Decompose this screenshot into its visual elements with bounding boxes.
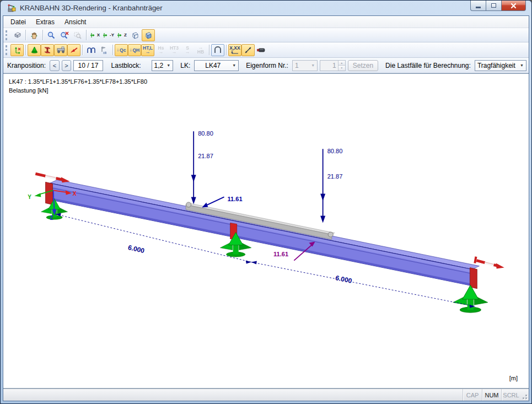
load-hb-button[interactable]: →HB [194,44,207,56]
berechnung-label: Die Lastfälle für Berechnung: [384,62,472,69]
pan-button[interactable] [28,29,41,41]
minimize-icon [476,7,481,8]
render-3d-button[interactable] [142,29,155,41]
show-loads-button[interactable] [67,44,80,56]
previous-position-button[interactable]: < [50,60,60,71]
show-axes-button[interactable] [10,44,24,56]
zoom-in-button[interactable] [45,29,58,41]
spin-up-icon[interactable]: ▲ [338,61,345,66]
load-ht3-button[interactable]: HT3→ [168,44,181,56]
hb-icon: →HB [197,46,204,54]
isometric-view-button[interactable] [128,29,142,41]
toolbar-view: X -Y Z [3,28,529,42]
eigenform-stepper[interactable]: 1 ▲▼ [320,60,346,71]
wheel-loads-icon [87,46,96,54]
load-arrow-2 [320,149,325,223]
beam-3d-scene: X Y Z [3,74,529,388]
axis-y-label: Y [28,194,31,200]
load-arrow-1 [191,131,196,204]
load2-value-mid: 21.87 [327,173,343,180]
ht3-icon: HT3→ [170,46,179,54]
load2-value-top: 80.80 [327,148,343,154]
load1-value-top: 80.80 [198,130,213,137]
eigenform-label: Eigenform Nr.: [244,62,290,69]
print-button[interactable] [10,29,24,41]
position-counter: 10 / 17 [73,60,103,71]
axes-icon [13,46,22,54]
walk-mode-button[interactable] [255,44,268,56]
lk-label: LK: [179,62,192,69]
maximize-button[interactable] [486,1,502,11]
zoom-in-icon [47,31,56,40]
render-3d-icon [144,31,153,40]
load-qc-button[interactable]: ↓Qc [115,44,128,56]
show-supports-button[interactable] [28,44,41,56]
load-qh-button[interactable]: ↓QH [128,44,141,56]
zoom-out-button[interactable] [58,29,71,41]
load2-lateral-value: 11.61 [273,251,288,257]
zoom-window-button[interactable] [71,29,84,41]
caps-lock-indicator: CAP [463,389,482,401]
titlebar[interactable]: KRANBAHN 3D-Rendering - Kranbahnträger [3,1,529,15]
toolbar-grip-2[interactable] [6,45,8,55]
minimize-button[interactable] [470,1,486,11]
dimension-icon: X,XX [229,46,240,54]
view-minus-y-button[interactable]: -Y [101,29,115,41]
setzen-button[interactable]: Setzen [348,60,378,71]
show-cross-section-button[interactable] [41,44,54,56]
support-right [453,285,488,313]
view-z-button[interactable]: Z [115,29,128,41]
zoom-out-icon [60,31,69,40]
toolbar-kranbahn: ↓Qc ↓QH HT,L→ Hs→ HT3→ S→ →HB [3,42,529,58]
render-canvas[interactable]: LK47 : 1.35*LF1+1.35*LF76+1.35*LF78+1.35… [3,73,529,389]
axis-z-label: Z [50,215,53,221]
toolbar-grip[interactable] [6,30,8,40]
menubar: Datei Extras Ansicht [3,16,529,28]
resize-grip[interactable] [520,389,529,401]
measure-button[interactable] [241,44,255,56]
crane-position-flag-button[interactable] [98,44,111,56]
dropdown-icon: ▼ [232,63,236,67]
statusbar: CAP NUM SCRL [3,389,529,401]
axis-x-label: X [73,191,77,197]
measure-arrow-icon [244,46,252,55]
print-icon [13,31,22,39]
crane-wheel-loads-button[interactable] [84,44,98,56]
lk-select[interactable]: LK47▼ [194,60,239,71]
berechnung-select[interactable]: Tragfähigkeit▼ [475,60,526,71]
menu-ansicht[interactable]: Ansicht [60,17,91,28]
connector-icon [256,46,266,53]
isometric-cube-icon [131,31,139,40]
next-position-button[interactable]: > [62,60,72,71]
dimension-span2-label: 6.000 [335,274,353,285]
show-crane-button[interactable] [54,44,67,56]
load-hs-button[interactable]: Hs→ [154,44,168,56]
dropdown-icon: ▼ [166,63,170,67]
show-dimensions-button[interactable]: X,XX [228,44,241,56]
num-lock-indicator: NUM [482,389,501,401]
zoom-window-icon [73,31,82,40]
dropdown-icon: ▼ [520,63,524,67]
load-s-button[interactable]: S→ [181,44,194,56]
htl-icon: HT,L→ [143,46,153,54]
view-x-button[interactable]: X [88,29,101,41]
crane-icon [56,46,66,54]
lateral-load-arrow-1 [202,197,224,207]
lastblock-select[interactable]: 1,2▼ [152,60,174,71]
support-icon [30,46,39,54]
load-arrow-icon [69,46,78,54]
qc-icon: ↓Qc [117,48,126,52]
menu-datei[interactable]: Datei [6,17,31,28]
close-icon [510,3,517,9]
portal-frame-button[interactable] [211,44,224,56]
load-htl-button[interactable]: HT,L→ [141,44,154,56]
spin-down-icon[interactable]: ▼ [338,66,345,71]
lastblock-label: Lastblock: [110,62,143,69]
eigenform-select[interactable]: 1▼ [292,60,318,71]
scroll-lock-indicator: SCRL [501,389,520,401]
load1-value-mid: 21.87 [198,153,213,159]
close-button[interactable] [502,1,526,11]
maximize-icon [491,3,496,8]
portal-frame-icon [213,46,222,54]
menu-extras[interactable]: Extras [31,17,60,28]
